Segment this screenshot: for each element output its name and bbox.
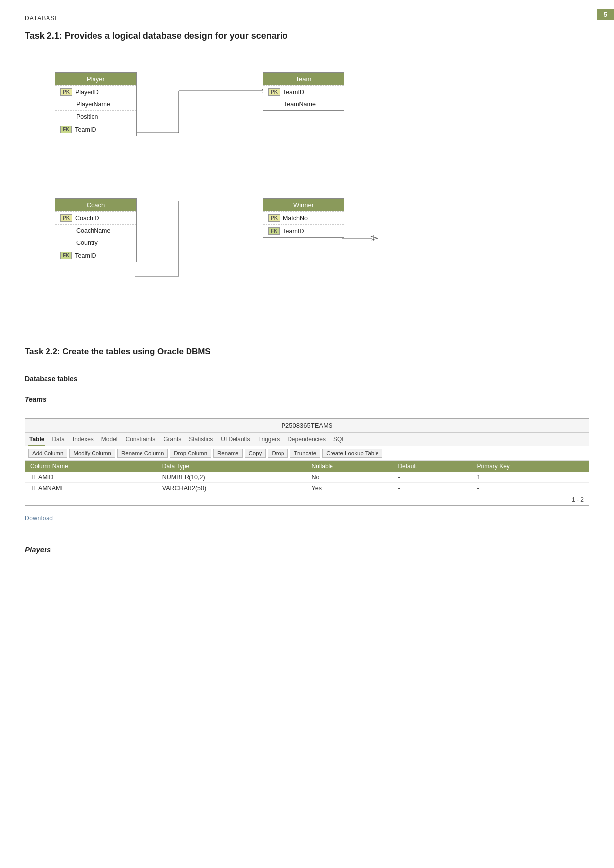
btn-rename[interactable]: Rename	[213, 449, 242, 458]
task21-title: Task 2.1: Provides a logical database de…	[25, 31, 589, 41]
tab-dependencies[interactable]: Dependencies	[286, 434, 327, 446]
field-label: TeamID	[75, 126, 96, 133]
fk-badge: FK	[60, 126, 72, 133]
cell-data-type: NUMBER(10,2)	[157, 472, 307, 483]
btn-modify-column[interactable]: Modify Column	[69, 449, 115, 458]
pk-badge: PK	[268, 88, 280, 96]
oracle-widget-teams: P2508365TEAMS Table Data Indexes Model C…	[25, 418, 589, 506]
cell-default: -	[393, 483, 472, 494]
pk-badge: PK	[60, 214, 72, 222]
oracle-tabs[interactable]: Table Data Indexes Model Constraints Gra…	[25, 433, 589, 446]
erd-row-playername: PlayerName	[55, 98, 136, 110]
db-tables-label: Database tables	[25, 375, 589, 383]
erd-table-team: Team PK TeamID TeamName	[263, 72, 344, 111]
erd-table-coach: Coach PK CoachID CoachName Country FK Te…	[55, 198, 137, 262]
erd-row-teamname: TeamName	[263, 98, 344, 110]
erd-row-coachname: CoachName	[55, 224, 136, 237]
erd-row-matchno: PK MatchNo	[263, 211, 344, 224]
btn-drop[interactable]: Drop	[268, 449, 288, 458]
col-header-name: Column Name	[25, 461, 157, 472]
field-label: TeamID	[283, 89, 304, 96]
erd-row-coachid: PK CoachID	[55, 211, 136, 224]
erd-row-teamid-fk-player: FK TeamID	[55, 123, 136, 136]
teams-section-label: Teams	[25, 395, 589, 403]
col-header-nullable: Nullable	[307, 461, 393, 472]
tab-grants[interactable]: Grants	[162, 434, 182, 446]
cell-nullable: No	[307, 472, 393, 483]
field-label: Position	[76, 113, 98, 120]
erd-table-header-team: Team	[263, 73, 344, 85]
task22-title: Task 2.2: Create the tables using Oracle…	[25, 347, 589, 357]
field-label: TeamID	[75, 252, 96, 259]
table-row: TEAMID NUMBER(10,2) No - 1	[25, 472, 589, 483]
tab-data[interactable]: Data	[51, 434, 65, 446]
oracle-data-table: Column Name Data Type Nullable Default P…	[25, 461, 589, 494]
tab-indexes[interactable]: Indexes	[72, 434, 94, 446]
erd-table-header-player: Player	[55, 73, 136, 85]
btn-rename-column[interactable]: Rename Column	[117, 449, 168, 458]
field-label: PlayerID	[75, 89, 99, 96]
tab-sql[interactable]: SQL	[332, 434, 346, 446]
erd-table-header-winner: Winner	[263, 199, 344, 211]
erd-row-playerid: PK PlayerID	[55, 85, 136, 98]
players-section-label: Players	[25, 545, 589, 554]
col-header-default: Default	[393, 461, 472, 472]
erd-diagram: Player PK PlayerID PlayerName Position F…	[25, 52, 589, 329]
oracle-toolbar: Add Column Modify Column Rename Column D…	[25, 446, 589, 461]
field-label: MatchNo	[283, 215, 308, 222]
field-label: TeamName	[284, 101, 316, 108]
erd-table-winner: Winner PK MatchNo FK TeamID	[263, 198, 344, 238]
field-label: CoachName	[76, 227, 110, 234]
pk-badge: PK	[60, 88, 72, 96]
btn-copy[interactable]: Copy	[245, 449, 266, 458]
svg-line-11	[371, 238, 378, 240]
erd-row-teamid-pk: PK TeamID	[263, 85, 344, 98]
tab-model[interactable]: Model	[100, 434, 119, 446]
col-header-datatype: Data Type	[157, 461, 307, 472]
tab-ui-defaults[interactable]: UI Defaults	[220, 434, 251, 446]
btn-truncate[interactable]: Truncate	[290, 449, 320, 458]
cell-col-name: TEAMNAME	[25, 483, 157, 494]
cell-col-name: TEAMID	[25, 472, 157, 483]
oracle-widget-title: P2508365TEAMS	[25, 419, 589, 433]
erd-row-teamid-fk-winner: FK TeamID	[263, 224, 344, 237]
cell-data-type: VARCHAR2(50)	[157, 483, 307, 494]
erd-table-header-coach: Coach	[55, 199, 136, 211]
fk-badge: FK	[268, 227, 280, 235]
tab-table[interactable]: Table	[28, 434, 45, 446]
oracle-pagination: 1 - 2	[25, 494, 589, 505]
svg-line-10	[371, 236, 378, 238]
erd-row-country: Country	[55, 237, 136, 249]
fk-badge: FK	[60, 252, 72, 259]
page-number: 5	[597, 9, 614, 20]
field-label: PlayerName	[76, 101, 110, 108]
erd-row-teamid-fk-coach: FK TeamID	[55, 249, 136, 262]
cell-pk: 1	[472, 472, 589, 483]
cell-default: -	[393, 472, 472, 483]
field-label: TeamID	[283, 228, 304, 235]
download-link[interactable]: Download	[25, 515, 589, 522]
tab-triggers[interactable]: Triggers	[257, 434, 281, 446]
erd-row-position: Position	[55, 110, 136, 123]
cell-nullable: Yes	[307, 483, 393, 494]
section-label: DATABASE	[25, 15, 589, 22]
btn-add-column[interactable]: Add Column	[28, 449, 67, 458]
pk-badge: PK	[268, 214, 280, 222]
field-label: CoachID	[75, 215, 99, 222]
btn-create-lookup-table[interactable]: Create Lookup Table	[322, 449, 382, 458]
btn-drop-column[interactable]: Drop Column	[170, 449, 211, 458]
tab-constraints[interactable]: Constraints	[125, 434, 157, 446]
erd-table-player: Player PK PlayerID PlayerName Position F…	[55, 72, 137, 136]
tab-statistics[interactable]: Statistics	[188, 434, 214, 446]
cell-pk: -	[472, 483, 589, 494]
field-label: Country	[76, 240, 98, 246]
table-row: TEAMNAME VARCHAR2(50) Yes - -	[25, 483, 589, 494]
col-header-pk: Primary Key	[472, 461, 589, 472]
